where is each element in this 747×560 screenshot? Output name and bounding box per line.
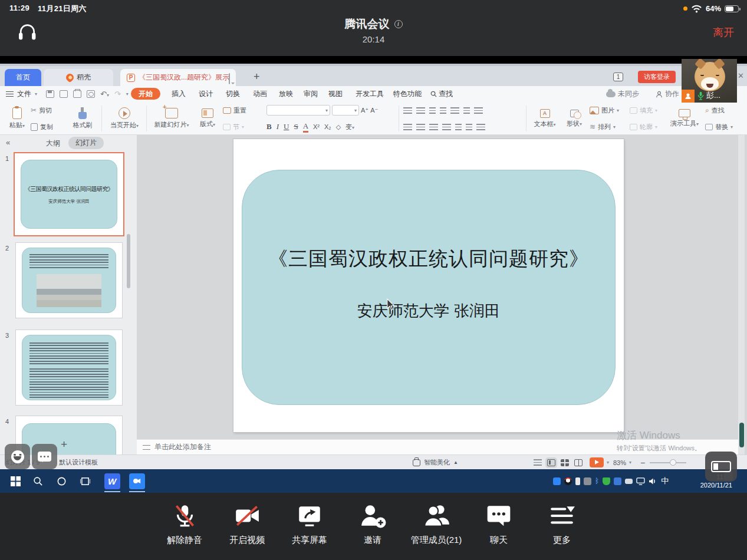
undo-icon[interactable]: ↶▾: [100, 90, 109, 98]
italic-button[interactable]: I: [277, 122, 279, 131]
cloud-sync-status[interactable]: 未同步: [606, 86, 639, 102]
arrange-button[interactable]: ≋排列▾: [590, 118, 628, 135]
font-name-select[interactable]: ▾: [266, 105, 330, 116]
number-list-icon[interactable]: [416, 107, 425, 114]
paste-button[interactable]: 粘贴▾: [5, 102, 29, 135]
slides-tab[interactable]: 幻灯片: [68, 137, 104, 149]
paragraph-settings-icon[interactable]: [476, 124, 485, 130]
menu-tab-animation[interactable]: 动画: [252, 86, 268, 102]
participant-video-tile[interactable]: 彭...: [682, 59, 737, 103]
menu-find[interactable]: 查找: [430, 86, 453, 102]
wps-tab-document[interactable]: P 《三国蜀汉政...题研究》展示: [120, 69, 236, 86]
current-slide[interactable]: 《三国蜀汉政权正统认同问题研究》 安庆师范大学 张润田: [233, 139, 624, 432]
clear-format-icon[interactable]: ◇: [336, 123, 341, 131]
tray-display-icon[interactable]: [636, 477, 645, 485]
collaborate-button[interactable]: 协作: [656, 86, 679, 102]
layout-button[interactable]: 版式▾: [195, 102, 221, 135]
columns-icon[interactable]: [463, 107, 470, 114]
menu-tab-home[interactable]: 开始: [131, 88, 160, 100]
tray-storage-icon[interactable]: [625, 479, 633, 484]
beautify-button[interactable]: 智能美化 ▲: [413, 455, 458, 470]
slide-thumbnail-2[interactable]: [15, 242, 123, 318]
superscript-button[interactable]: X²: [313, 123, 320, 130]
meeting-info-icon[interactable]: i: [394, 20, 403, 28]
text-direction-icon[interactable]: [474, 107, 483, 114]
output-icon[interactable]: [60, 90, 68, 98]
leave-meeting-button[interactable]: 离开: [713, 25, 734, 39]
copy-button[interactable]: 复制: [31, 118, 67, 135]
menu-tab-design[interactable]: 设计: [198, 86, 213, 102]
play-from-current-button[interactable]: 当页开始▾: [106, 102, 143, 135]
canvas-scrollbar[interactable]: [738, 135, 745, 454]
invite-button[interactable]: 邀请: [341, 502, 404, 546]
taskbar-meeting-app[interactable]: [125, 469, 149, 493]
bold-button[interactable]: B: [266, 122, 272, 131]
quick-chat-button[interactable]: [32, 444, 57, 469]
reset-button[interactable]: 重置: [223, 102, 264, 118]
slideshow-play-button[interactable]: ▾: [590, 455, 609, 470]
redo-icon[interactable]: ↷: [114, 90, 121, 98]
save-icon[interactable]: [46, 90, 54, 98]
subscript-button[interactable]: X₂: [324, 123, 331, 130]
underline-button[interactable]: U: [284, 122, 289, 131]
new-slide-button[interactable]: 新建幻灯片▾: [151, 102, 192, 135]
tray-bluetooth-icon[interactable]: ᛒ: [595, 477, 599, 485]
menu-tab-review[interactable]: 审阅: [303, 86, 318, 102]
print-icon[interactable]: [73, 90, 81, 98]
line-spacing-icon[interactable]: [450, 107, 459, 114]
start-video-button[interactable]: 开启视频: [216, 502, 278, 546]
taskbar-wps-app[interactable]: W: [100, 469, 124, 493]
align-left-icon[interactable]: [403, 124, 412, 130]
decrease-indent-icon[interactable]: [429, 107, 436, 114]
toolbar-options-icon[interactable]: ▾: [126, 91, 129, 97]
section-button[interactable]: 节▾: [223, 118, 264, 135]
new-tab-button[interactable]: +: [254, 71, 260, 83]
reaction-button[interactable]: [5, 444, 30, 469]
chat-button[interactable]: 聊天: [468, 502, 530, 546]
task-view-button[interactable]: [74, 469, 96, 493]
tray-security-shield-icon[interactable]: [603, 477, 610, 485]
floating-window-button[interactable]: [705, 452, 737, 482]
menu-tab-view[interactable]: 视图: [328, 86, 343, 102]
slide-teal-shape[interactable]: 《三国蜀汉政权正统认同问题研究》 安庆师范大学 张润田: [242, 170, 616, 405]
increase-indent-icon[interactable]: [440, 107, 446, 114]
panel-scrollbar[interactable]: [127, 234, 130, 288]
cut-button[interactable]: ✂剪切: [31, 102, 67, 118]
tray-usb-icon[interactable]: [575, 477, 580, 485]
more-button[interactable]: 更多: [531, 502, 593, 546]
zoom-slider-knob[interactable]: [670, 459, 676, 466]
share-screen-button[interactable]: 共享屏幕: [278, 502, 341, 546]
outline-button[interactable]: 轮廓▾: [630, 118, 664, 135]
tray-ime-indicator[interactable]: 中: [661, 476, 669, 486]
tray-qq-icon[interactable]: [564, 477, 572, 485]
replace-button[interactable]: 替换▾: [705, 118, 738, 135]
tray-meeting-icon[interactable]: [553, 477, 561, 485]
taskbar-search-button[interactable]: [27, 469, 48, 493]
picture-button[interactable]: 图片▾: [590, 102, 628, 118]
text-effect-button[interactable]: 变▾: [345, 123, 354, 131]
menu-tab-insert[interactable]: 插入: [171, 86, 186, 102]
font-grow-button[interactable]: A⁺: [361, 107, 368, 114]
font-size-select[interactable]: ▾: [332, 105, 359, 116]
vertical-align-icon[interactable]: [466, 124, 472, 130]
text-box-button[interactable]: A 文本框▾: [529, 102, 560, 135]
add-slide-button[interactable]: +: [61, 438, 67, 451]
zoom-percent[interactable]: 83%▾: [613, 455, 631, 470]
wps-tab-home[interactable]: 首页: [5, 69, 41, 86]
fill-button[interactable]: 填充▾: [630, 102, 664, 118]
align-center-icon[interactable]: [416, 124, 425, 130]
menu-tab-transition[interactable]: 切换: [225, 86, 241, 102]
manage-members-button[interactable]: 管理成员(21): [405, 502, 468, 546]
slide-thumbnail-1[interactable]: 《三国蜀汉政权正统认同问题研究》 安庆师范大学 张润田: [14, 152, 124, 236]
menu-tab-features[interactable]: 特色功能: [393, 86, 422, 102]
outline-tab[interactable]: 大纲: [46, 139, 60, 149]
panel-collapse-button[interactable]: «: [6, 138, 10, 147]
cortana-button[interactable]: [51, 469, 72, 493]
tray-app-icon[interactable]: [614, 477, 621, 485]
justify-icon[interactable]: [442, 124, 451, 130]
print-preview-icon[interactable]: [87, 90, 95, 98]
tray-device-icon[interactable]: [584, 477, 591, 485]
font-color-button[interactable]: A: [303, 121, 308, 133]
font-shrink-button[interactable]: A⁻: [370, 107, 378, 114]
comment-bubble-icon[interactable]: [229, 74, 230, 84]
